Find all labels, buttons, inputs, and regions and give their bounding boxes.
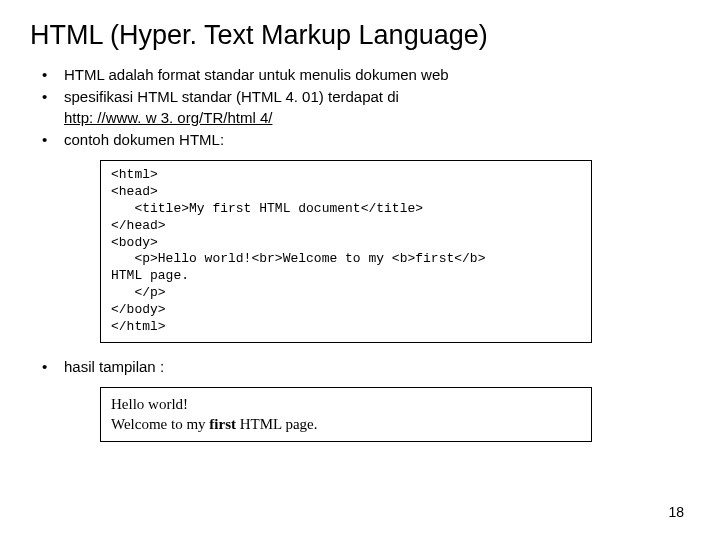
link-text: http: //www. w 3. org/TR/html 4/: [64, 109, 272, 126]
page-title: HTML (Hyper. Text Markup Language): [30, 20, 690, 51]
list-item: contoh dokumen HTML:: [36, 130, 690, 150]
text: Hello world!: [111, 396, 188, 412]
list-item: hasil tampilan :: [36, 357, 690, 377]
list-item: HTML adalah format standar untuk menulis…: [36, 65, 690, 85]
bullet-list: hasil tampilan :: [36, 357, 690, 377]
rendered-output: Hello world! Welcome to my first HTML pa…: [100, 387, 592, 442]
text: HTML page.: [236, 416, 318, 432]
list-item: spesifikasi HTML standar (HTML 4. 01) te…: [36, 87, 690, 128]
bullet-list: HTML adalah format standar untuk menulis…: [36, 65, 690, 150]
text: Welcome to my: [111, 416, 209, 432]
page-number: 18: [668, 504, 684, 520]
code-example: <html> <head> <title>My first HTML docum…: [100, 160, 592, 343]
text-bold: first: [209, 416, 236, 432]
text: spesifikasi HTML standar (HTML 4. 01) te…: [64, 88, 399, 105]
